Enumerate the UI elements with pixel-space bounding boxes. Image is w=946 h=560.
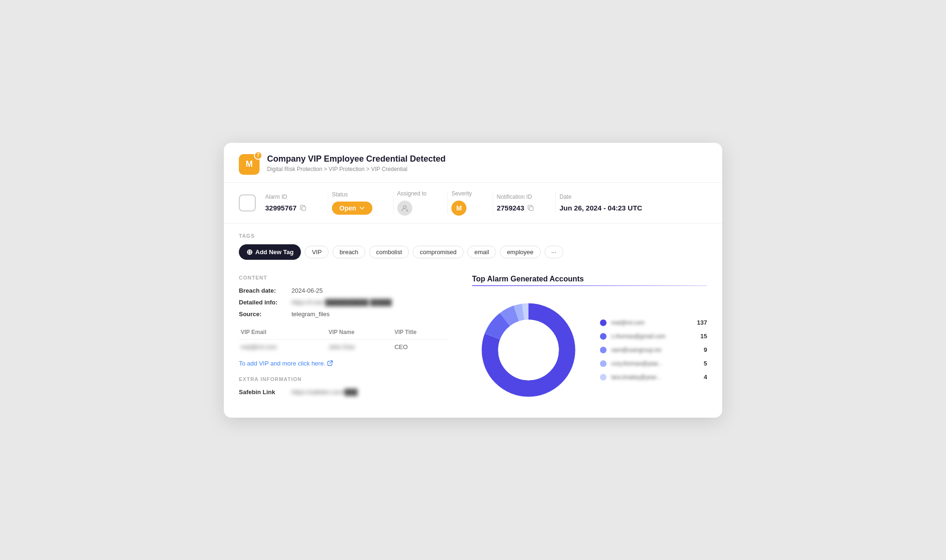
vip-title-header: VIP Title	[393, 325, 449, 340]
extra-info-section: EXTRA INFORMATION Safebin Link https://s…	[239, 376, 449, 396]
legend-label-2: c.thomas@gmail.com	[611, 333, 688, 340]
tags-section: TAGS ⊕ Add New Tag VIP breach combolist …	[224, 224, 722, 267]
tags-label: TAGS	[239, 233, 707, 239]
page-title: Company VIP Employee Credential Detected	[267, 154, 446, 164]
safebin-key: Safebin Link	[239, 389, 286, 396]
detailed-info-val: https://t.me/ ██████████ █████	[292, 299, 392, 306]
tag-breach[interactable]: breach	[332, 246, 365, 258]
legend-item-1: mat@ml.com 137	[600, 319, 707, 326]
chart-section: Top Alarm Generated Accounts mat@ml.com …	[465, 275, 707, 406]
vip-table: VIP Email VIP Name VIP Title mat@ml.com …	[239, 325, 449, 354]
alarm-id-field: Alarm ID 32995767	[265, 194, 324, 212]
donut-svg	[472, 294, 585, 406]
vip-title-cell: CEO	[393, 339, 449, 354]
legend-count-3: 9	[693, 346, 707, 353]
chart-divider	[472, 285, 707, 286]
tag-vip[interactable]: VIP	[305, 246, 329, 258]
tag-compromised[interactable]: compromised	[413, 246, 464, 258]
legend-count-1: 137	[693, 319, 707, 326]
main-card: M 7 Company VIP Employee Credential Dete…	[224, 143, 722, 418]
severity-field: Severity M	[451, 190, 489, 216]
legend-dot-2	[600, 333, 607, 340]
main-grid: CONTENT Breach date: 2024-06-25 Detailed…	[224, 267, 722, 418]
vip-add-link[interactable]: To add VIP and more click here.	[239, 360, 449, 367]
svg-rect-2	[529, 207, 533, 210]
legend-label-5: tara.bradey@year...	[611, 374, 688, 381]
date-field: Date Jun 26, 2024 - 04:23 UTC	[560, 194, 659, 212]
legend-list: mat@ml.com 137 c.thomas@gmail.com 15 sam…	[600, 319, 707, 381]
legend-item-4: cory.thomas@year... 5	[600, 360, 707, 367]
assign-avatar[interactable]	[397, 201, 412, 216]
user-plus-icon	[401, 204, 409, 212]
detailed-info-row: Detailed info: https://t.me/ ██████████ …	[239, 299, 449, 306]
safebin-row: Safebin Link https://safebin.com/███	[239, 389, 449, 396]
tag-more[interactable]: ···	[544, 246, 564, 258]
divider-2	[393, 192, 394, 214]
chevron-down-icon	[359, 205, 365, 211]
copy-alarm-id-icon[interactable]	[300, 204, 307, 212]
svg-rect-0	[302, 207, 306, 210]
alarm-checkbox[interactable]	[239, 194, 256, 211]
vip-email-cell: mat@ml.com	[239, 339, 327, 354]
table-row: mat@ml.com John Doe CEO	[239, 339, 449, 354]
breach-date-val: 2024-06-25	[292, 287, 323, 294]
legend-item-5: tara.bradey@year... 4	[600, 373, 707, 381]
date-value: Jun 26, 2024 - 04:23 UTC	[560, 204, 642, 212]
tag-email[interactable]: email	[467, 246, 496, 258]
source-val: telegram_files	[292, 311, 330, 318]
divider-3	[447, 192, 448, 214]
alarm-id-value: 32995767	[265, 204, 307, 212]
safebin-val: https://safebin.com/███	[292, 389, 357, 396]
donut-chart	[472, 294, 585, 406]
external-link-icon	[327, 360, 333, 366]
legend-label-4: cory.thomas@year...	[611, 360, 688, 367]
app-avatar: M 7	[239, 154, 260, 175]
legend-label-1: mat@ml.com	[611, 319, 688, 326]
notification-id-label: Notification ID	[497, 194, 535, 200]
vip-name-cell: John Doe	[327, 339, 393, 354]
breach-date-key: Breach date:	[239, 287, 286, 294]
legend-count-2: 15	[693, 333, 707, 340]
tag-combolist[interactable]: combolist	[369, 246, 409, 258]
alarm-id-label: Alarm ID	[265, 194, 307, 200]
divider-5	[555, 192, 556, 214]
copy-notification-id-icon[interactable]	[527, 204, 535, 212]
legend-item-3: sam@usergroup.inc 9	[600, 346, 707, 353]
detailed-info-key: Detailed info:	[239, 299, 286, 306]
legend-dot-1	[600, 319, 607, 326]
severity-label: Severity	[451, 190, 472, 197]
legend-label-3: sam@usergroup.inc	[611, 347, 688, 353]
header-text: Company VIP Employee Credential Detected…	[267, 154, 446, 172]
breach-date-row: Breach date: 2024-06-25	[239, 287, 449, 294]
content-section: CONTENT Breach date: 2024-06-25 Detailed…	[239, 275, 465, 406]
legend-count-5: 4	[693, 373, 707, 381]
badge-count: 7	[254, 151, 262, 160]
add-tag-button[interactable]: ⊕ Add New Tag	[239, 244, 301, 260]
notification-id-value: 2759243	[497, 204, 535, 212]
status-label: Status	[332, 191, 372, 198]
source-key: Source:	[239, 311, 286, 318]
status-button[interactable]: Open	[332, 202, 372, 215]
tag-employee[interactable]: employee	[500, 246, 540, 258]
svg-point-8	[498, 319, 559, 380]
vip-email-header: VIP Email	[239, 325, 327, 340]
content-label: CONTENT	[239, 275, 449, 280]
divider-1	[328, 192, 328, 214]
source-row: Source: telegram_files	[239, 311, 449, 318]
severity-avatar: M	[451, 201, 466, 216]
legend-dot-5	[600, 374, 607, 381]
svg-point-1	[403, 206, 406, 209]
chart-container: mat@ml.com 137 c.thomas@gmail.com 15 sam…	[472, 294, 707, 406]
header: M 7 Company VIP Employee Credential Dete…	[224, 143, 722, 182]
assigned-to-field: Assigned to	[397, 190, 444, 216]
vip-name-header: VIP Name	[327, 325, 393, 340]
alarm-info-row: Alarm ID 32995767 Status Open Assigned t…	[224, 182, 722, 224]
tags-row: ⊕ Add New Tag VIP breach combolist compr…	[239, 244, 707, 260]
divider-4	[493, 192, 493, 214]
date-label: Date	[560, 194, 642, 200]
extra-info-label: EXTRA INFORMATION	[239, 376, 449, 382]
status-field: Status Open	[332, 191, 389, 215]
avatar-letter: M	[246, 159, 253, 169]
notification-id-field: Notification ID 2759243	[497, 194, 552, 212]
legend-dot-4	[600, 360, 607, 367]
